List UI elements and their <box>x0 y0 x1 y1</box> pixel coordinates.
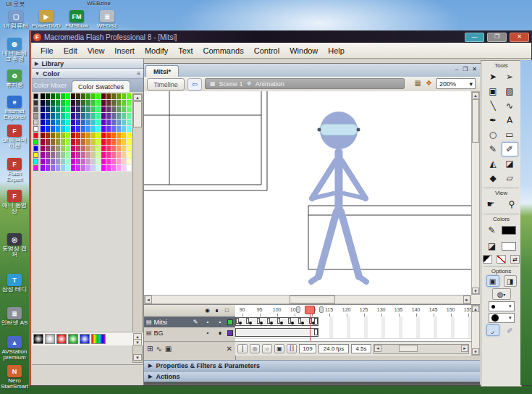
color-swatch[interactable] <box>33 106 38 112</box>
document-tab-mitsi[interactable]: Mitsi* <box>145 65 179 77</box>
color-swatch[interactable] <box>76 113 81 120</box>
color-swatch[interactable] <box>66 120 71 126</box>
color-swatch[interactable] <box>101 146 106 152</box>
gradient-swatch-radial-white[interactable] <box>45 334 55 344</box>
menu-insert[interactable]: Insert <box>109 46 140 55</box>
color-swatch[interactable] <box>96 152 101 159</box>
color-swatch[interactable] <box>61 126 66 133</box>
color-swatch[interactable] <box>111 139 117 146</box>
color-swatch[interactable] <box>86 120 91 126</box>
color-swatch[interactable] <box>122 100 127 106</box>
scrollbar-thumb[interactable] <box>290 296 335 303</box>
scroll-up-icon[interactable]: ▲ <box>133 94 142 101</box>
scroll-up-icon[interactable]: ▲ <box>472 306 479 312</box>
desktop-icon[interactable]: eInternet Explorer <box>0 96 29 120</box>
color-swatch[interactable] <box>117 126 122 133</box>
color-swatch[interactable] <box>111 133 117 139</box>
color-swatch[interactable] <box>76 126 81 133</box>
color-swatch[interactable] <box>96 113 101 120</box>
pen-tool[interactable]: ✒ <box>485 113 502 127</box>
color-swatch[interactable] <box>111 100 117 106</box>
color-swatch[interactable] <box>61 146 66 152</box>
maximize-button[interactable]: ❐ <box>487 33 507 42</box>
color-swatch[interactable] <box>41 165 46 172</box>
menu-view[interactable]: View <box>83 46 110 55</box>
color-swatch[interactable] <box>127 152 132 159</box>
scroll-down-icon[interactable]: ▼ <box>133 354 142 361</box>
color-swatch[interactable] <box>46 159 51 165</box>
gradient-swatch-radial-black[interactable] <box>33 334 43 344</box>
color-swatch[interactable] <box>111 152 117 159</box>
desktop-icon[interactable]: ▲AVStation premium <box>0 336 29 361</box>
color-swatch[interactable] <box>96 146 101 152</box>
insert-layer-icon[interactable]: ⊞ <box>147 345 153 353</box>
color-swatch[interactable] <box>127 133 132 139</box>
black-white-button[interactable] <box>483 255 492 264</box>
menu-modify[interactable]: Modify <box>140 46 173 55</box>
show-hide-all-icon[interactable]: ◉ <box>205 307 210 314</box>
color-swatch[interactable] <box>101 126 106 133</box>
color-swatch[interactable] <box>117 120 122 126</box>
use-tilt-toggle[interactable]: ✐ <box>504 324 517 336</box>
pencil-tool[interactable]: ✎ <box>485 142 502 156</box>
doc-close-icon[interactable]: ✕ <box>472 66 477 72</box>
layer-lock-dot[interactable]: ∎ <box>215 330 225 336</box>
color-swatch[interactable] <box>61 120 66 126</box>
color-swatch[interactable] <box>46 152 51 159</box>
desktop-icon[interactable]: ▶PowerDVD <box>32 10 61 29</box>
color-swatch[interactable] <box>106 106 111 113</box>
color-swatch[interactable] <box>86 139 91 146</box>
playhead[interactable] <box>305 306 315 314</box>
color-swatch[interactable] <box>86 159 91 165</box>
color-swatch[interactable] <box>41 120 46 126</box>
color-swatch[interactable] <box>127 146 132 152</box>
color-swatch[interactable] <box>61 159 66 165</box>
color-swatch[interactable] <box>91 93 96 100</box>
color-swatch[interactable] <box>96 126 101 133</box>
color-swatch[interactable] <box>51 165 56 172</box>
scroll-down-icon[interactable]: ▼ <box>472 288 479 294</box>
color-swatch[interactable] <box>41 126 46 133</box>
color-swatch[interactable] <box>117 93 122 100</box>
color-swatch[interactable] <box>76 146 81 152</box>
keyframe-dot[interactable] <box>291 322 294 324</box>
color-swatch[interactable] <box>91 106 96 113</box>
color-swatch[interactable] <box>86 113 91 120</box>
tab-color-swatches[interactable]: Color Swatches <box>72 80 130 93</box>
color-swatch[interactable] <box>56 165 61 172</box>
frame-rate-box[interactable]: 24.0 fps <box>318 344 349 353</box>
color-swatch[interactable] <box>71 100 76 106</box>
color-swatch[interactable] <box>106 165 111 172</box>
gradient-swatch-linear-rainbow[interactable] <box>91 334 106 344</box>
color-swatch[interactable] <box>33 126 38 132</box>
color-swatch[interactable] <box>111 120 117 126</box>
color-swatch[interactable] <box>81 106 86 113</box>
color-swatch[interactable] <box>122 133 127 139</box>
color-swatch[interactable] <box>51 146 56 152</box>
color-swatch[interactable] <box>101 106 106 113</box>
color-swatch[interactable] <box>56 120 61 126</box>
color-swatch[interactable] <box>71 159 76 165</box>
add-motion-guide-icon[interactable]: ∿ <box>156 345 161 353</box>
color-swatch[interactable] <box>101 159 106 165</box>
doc-minimize-icon[interactable]: – <box>455 66 458 72</box>
layer-row-bg[interactable]: ▤BG•∎ <box>144 327 235 338</box>
modify-onion-markers-icon[interactable]: ⁅⁆ <box>287 344 297 353</box>
color-swatch[interactable] <box>117 113 122 120</box>
color-swatch[interactable] <box>46 120 51 126</box>
title-bar[interactable]: F Macromedia Flash Professional 8 - [Mit… <box>31 31 531 43</box>
color-swatch[interactable] <box>111 165 117 172</box>
color-swatch[interactable] <box>71 93 76 100</box>
color-swatch[interactable] <box>111 106 117 113</box>
color-swatch[interactable] <box>66 159 71 165</box>
color-swatch[interactable] <box>127 106 132 113</box>
keyframe-dot[interactable] <box>239 322 242 324</box>
collapsed-panel-properties[interactable]: ▶Properties & Filters & Parameters <box>144 360 480 371</box>
color-swatch[interactable] <box>41 106 46 113</box>
selection-tool[interactable]: ➤ <box>485 70 502 84</box>
edit-symbols-icon[interactable]: ❖ <box>426 79 432 87</box>
color-swatch[interactable] <box>101 100 106 106</box>
tab-color-mixer[interactable]: Color Mixer <box>33 82 67 89</box>
color-swatch[interactable] <box>61 100 66 106</box>
menu-window[interactable]: Window <box>284 46 323 55</box>
